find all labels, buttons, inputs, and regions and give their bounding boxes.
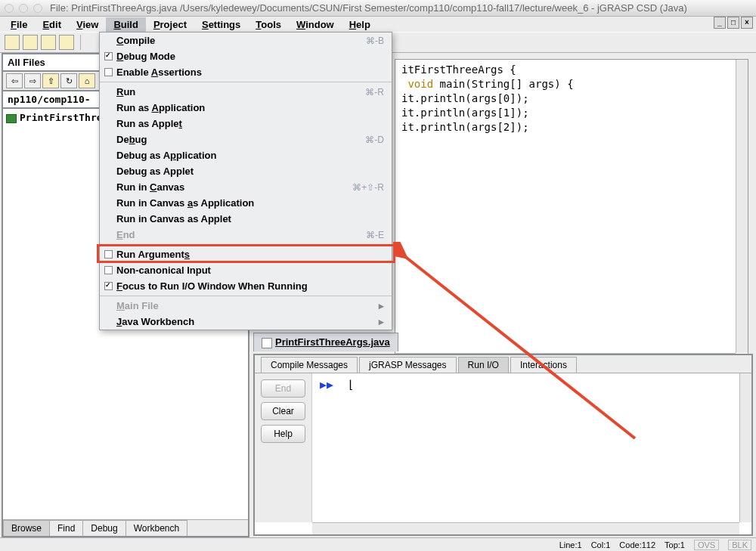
menu-item-run-in-canvas-as-applet[interactable]: Run in Canvas as Applet [100, 211, 392, 227]
close-dot[interactable] [5, 4, 14, 13]
nav-refresh-icon[interactable]: ↻ [60, 73, 77, 88]
shortcut-label: ⌘-B [366, 36, 384, 46]
menu-item-end: End⌘-E [100, 227, 392, 243]
menu-item-label: Run in Canvas as Applet [116, 213, 231, 224]
close-button[interactable]: × [741, 17, 753, 29]
menu-item-debug-as-application[interactable]: Debug as Application [100, 147, 392, 163]
menu-tools[interactable]: Tools [248, 17, 289, 32]
tab-find[interactable]: Find [49, 520, 83, 536]
menu-item-enable-assertions[interactable]: Enable Assertions [100, 64, 392, 80]
console-vscroll[interactable] [739, 373, 751, 522]
window-title: File: PrintFirstThreeArgs.java /Users/ky… [50, 2, 687, 14]
menu-file[interactable]: File [3, 17, 35, 32]
clear-button[interactable]: Clear [261, 402, 305, 420]
menu-item-label: Run as Applet [116, 118, 182, 129]
minimize-dot[interactable] [19, 4, 28, 13]
checkbox-icon [104, 52, 113, 60]
shortcut-label: ⌘+⇧-R [352, 182, 384, 193]
menu-item-run-in-canvas[interactable]: Run in Canvas⌘+⇧-R [100, 179, 392, 195]
code-editor[interactable]: itFirstThreeArgs { void main(String[] ar… [395, 59, 748, 366]
status-line: Line:1 [559, 540, 582, 549]
shortcut-label: ⌘-D [365, 135, 384, 145]
tab-compile-messages[interactable]: Compile Messages [261, 357, 358, 373]
tab-debug[interactable]: Debug [82, 520, 125, 536]
tab-run-io[interactable]: Run I/O [458, 357, 509, 373]
menu-item-label: Debug as Applet [116, 166, 194, 177]
menu-item-label: Enable Assertions [116, 67, 202, 78]
menu-item-debug-as-applet[interactable]: Debug as Applet [100, 163, 392, 179]
console-hscroll[interactable] [312, 522, 739, 534]
java-file-icon [262, 338, 272, 348]
menu-item-focus-to-run-i-o-window-when-running[interactable]: Focus to Run I/O Window When Running [100, 278, 392, 294]
nav-up-icon[interactable]: ⇧ [42, 73, 59, 88]
menu-item-debug-mode[interactable]: Debug Mode [100, 48, 392, 64]
menu-item-label: Run in Canvas [116, 181, 184, 193]
menu-item-label: Debug [116, 134, 147, 145]
build-dropdown: Compile⌘-BDebug ModeEnable AssertionsRun… [99, 32, 392, 330]
menu-item-java-workbench[interactable]: Java Workbench▸ [100, 314, 392, 330]
save-icon[interactable] [23, 35, 38, 50]
menu-edit[interactable]: Edit [35, 17, 69, 32]
status-col: Col:1 [591, 540, 611, 549]
menu-item-debug[interactable]: Debug⌘-D [100, 132, 392, 147]
minimize-button[interactable]: _ [714, 17, 726, 29]
menu-item-compile[interactable]: Compile⌘-B [100, 33, 392, 48]
editor-vscroll[interactable] [736, 60, 748, 353]
menu-item-label: Main File [116, 300, 159, 311]
console-pane: Compile Messages jGRASP Messages Run I/O… [253, 354, 753, 536]
shortcut-label: ⌘-E [366, 230, 384, 240]
tab-workbench[interactable]: Workbench [125, 520, 187, 536]
submenu-arrow-icon: ▸ [379, 316, 384, 327]
statusbar: Line:1 Col:1 Code:112 Top:1 OVS BLK [0, 537, 756, 551]
menu-item-run-arguments[interactable]: Run Arguments [100, 246, 392, 262]
tab-interactions[interactable]: Interactions [510, 357, 577, 373]
tab-jgrasp-messages[interactable]: jGRASP Messages [359, 357, 457, 373]
separator [80, 35, 81, 50]
menu-help[interactable]: Help [342, 17, 378, 32]
status-ovs: OVS [694, 540, 719, 550]
editor-file-tab[interactable]: PrintFirstThreeArgs.java [253, 333, 398, 351]
traffic-lights [5, 4, 42, 13]
shortcut-label: ⌘-R [365, 87, 384, 98]
menu-item-label: Run [116, 86, 135, 98]
menu-item-label: Debug as Application [116, 150, 216, 161]
folder-icon[interactable] [41, 35, 56, 50]
submenu-arrow-icon: ▸ [379, 300, 384, 311]
tab-browse[interactable]: Browse [3, 520, 50, 536]
menu-build[interactable]: Build [106, 17, 146, 32]
maximize-button[interactable]: □ [727, 17, 739, 29]
nav-forward-icon[interactable]: ⇨ [24, 73, 41, 88]
nav-back-icon[interactable]: ⇦ [6, 73, 23, 88]
menu-settings[interactable]: Settings [194, 17, 248, 32]
console-output[interactable]: ▶▶ ⌊ [312, 373, 751, 522]
menu-item-label: Non-canonical Input [116, 265, 211, 276]
prompt-icon: ▶▶ [320, 378, 333, 392]
menu-project[interactable]: Project [146, 17, 194, 32]
open-icon[interactable] [5, 35, 20, 50]
menu-item-label: Java Workbench [116, 316, 194, 327]
status-blk: BLK [728, 540, 751, 550]
menu-view[interactable]: View [69, 17, 106, 32]
menu-window[interactable]: Window [289, 17, 342, 32]
menu-item-label: End [116, 229, 135, 240]
help-button[interactable]: Help [261, 425, 305, 443]
nav-home-icon[interactable]: ⌂ [79, 73, 95, 88]
menu-item-label: Debug Mode [116, 51, 175, 62]
menubar: File Edit View Build Project Settings To… [0, 17, 756, 32]
console-buttons: End Clear Help [255, 373, 312, 522]
end-button[interactable]: End [261, 379, 305, 398]
menu-item-non-canonical-input[interactable]: Non-canonical Input [100, 262, 392, 278]
checkbox-icon [104, 250, 113, 258]
menu-item-main-file: Main File▸ [100, 298, 392, 314]
menu-item-label: Run in Canvas as Application [116, 197, 254, 209]
zoom-dot[interactable] [33, 4, 42, 13]
menu-item-run-in-canvas-as-application[interactable]: Run in Canvas as Application [100, 195, 392, 211]
menu-item-run-as-application[interactable]: Run as Application [100, 100, 392, 116]
menu-item-run[interactable]: Run⌘-R [100, 84, 392, 100]
checkbox-icon [104, 282, 113, 290]
status-top: Top:1 [665, 540, 685, 549]
menu-item-run-as-applet[interactable]: Run as Applet [100, 116, 392, 132]
folder2-icon[interactable] [59, 35, 74, 50]
menu-item-label: Run Arguments [116, 249, 190, 260]
menu-item-label: Focus to Run I/O Window When Running [116, 280, 308, 292]
